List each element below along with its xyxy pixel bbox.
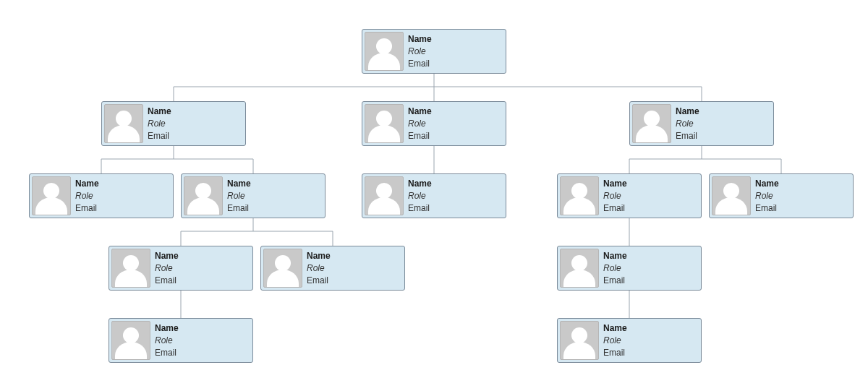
node-role: Role (408, 46, 432, 58)
node-name: Name (755, 178, 779, 190)
org-node-m2[interactable]: Name Role Email (362, 101, 506, 146)
node-email: Email (155, 347, 179, 359)
node-role: Role (676, 118, 699, 130)
node-name: Name (408, 178, 432, 190)
node-email: Email (676, 130, 699, 142)
node-role: Role (227, 190, 251, 202)
org-node-m1b2[interactable]: Name Role Email (260, 246, 405, 291)
node-info: Name Role Email (603, 176, 627, 215)
avatar-icon (560, 321, 599, 360)
org-node-m1[interactable]: Name Role Email (101, 101, 246, 146)
node-info: Name Role Email (755, 176, 779, 215)
avatar-icon (111, 321, 150, 360)
node-info: Name Role Email (307, 249, 331, 288)
node-info: Name Role Email (676, 104, 699, 143)
node-email: Email (307, 275, 331, 287)
org-node-m1a[interactable]: Name Role Email (29, 173, 174, 218)
avatar-icon (712, 176, 751, 215)
avatar-icon (111, 249, 150, 288)
org-node-m3a1a[interactable]: Name Role Email (557, 318, 702, 363)
node-info: Name Role Email (155, 321, 179, 360)
node-info: Name Role Email (408, 104, 432, 143)
node-role: Role (155, 335, 179, 347)
org-node-m1b[interactable]: Name Role Email (181, 173, 326, 218)
node-email: Email (408, 58, 432, 70)
node-email: Email (603, 347, 627, 359)
node-email: Email (603, 202, 627, 215)
avatar-icon (32, 176, 71, 215)
node-name: Name (408, 33, 432, 46)
node-email: Email (155, 275, 179, 287)
org-node-m1b1a[interactable]: Name Role Email (109, 318, 253, 363)
node-name: Name (408, 106, 432, 118)
node-name: Name (603, 322, 627, 335)
org-node-m3a[interactable]: Name Role Email (557, 173, 702, 218)
org-node-m3a1[interactable]: Name Role Email (557, 246, 702, 291)
node-email: Email (755, 202, 779, 215)
node-info: Name Role Email (603, 249, 627, 288)
node-name: Name (155, 322, 179, 335)
org-node-m3[interactable]: Name Role Email (629, 101, 774, 146)
node-name: Name (603, 178, 627, 190)
org-node-m1b1[interactable]: Name Role Email (109, 246, 253, 291)
avatar-icon (104, 104, 143, 143)
node-role: Role (603, 335, 627, 347)
node-name: Name (148, 106, 171, 118)
node-email: Email (408, 202, 432, 215)
node-name: Name (75, 178, 99, 190)
node-name: Name (676, 106, 699, 118)
node-email: Email (408, 130, 432, 142)
node-role: Role (408, 190, 432, 202)
node-info: Name Role Email (75, 176, 99, 215)
node-role: Role (603, 190, 627, 202)
avatar-icon (184, 176, 223, 215)
org-node-root[interactable]: Name Role Email (362, 29, 506, 74)
avatar-icon (365, 104, 404, 143)
node-info: Name Role Email (603, 321, 627, 360)
node-email: Email (603, 275, 627, 287)
node-info: Name Role Email (408, 32, 432, 71)
node-email: Email (75, 202, 99, 215)
node-name: Name (307, 250, 331, 262)
avatar-icon (560, 176, 599, 215)
node-info: Name Role Email (155, 249, 179, 288)
node-role: Role (755, 190, 779, 202)
avatar-icon (365, 176, 404, 215)
org-node-m3b[interactable]: Name Role Email (709, 173, 854, 218)
node-role: Role (155, 262, 179, 275)
avatar-icon (365, 32, 404, 71)
node-info: Name Role Email (408, 176, 432, 215)
node-info: Name Role Email (227, 176, 251, 215)
node-role: Role (75, 190, 99, 202)
node-info: Name Role Email (148, 104, 171, 143)
avatar-icon (560, 249, 599, 288)
node-email: Email (227, 202, 251, 215)
org-node-m2a[interactable]: Name Role Email (362, 173, 506, 218)
node-name: Name (603, 250, 627, 262)
avatar-icon (632, 104, 671, 143)
node-name: Name (227, 178, 251, 190)
node-role: Role (307, 262, 331, 275)
node-role: Role (408, 118, 432, 130)
node-email: Email (148, 130, 171, 142)
node-role: Role (603, 262, 627, 275)
avatar-icon (263, 249, 302, 288)
node-name: Name (155, 250, 179, 262)
node-role: Role (148, 118, 171, 130)
